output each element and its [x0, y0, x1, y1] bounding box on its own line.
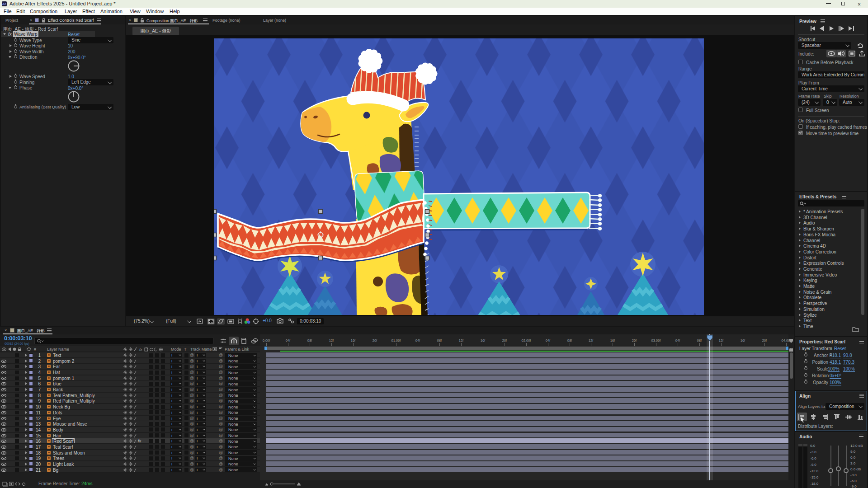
svg-text:fx: fx: [139, 347, 142, 352]
